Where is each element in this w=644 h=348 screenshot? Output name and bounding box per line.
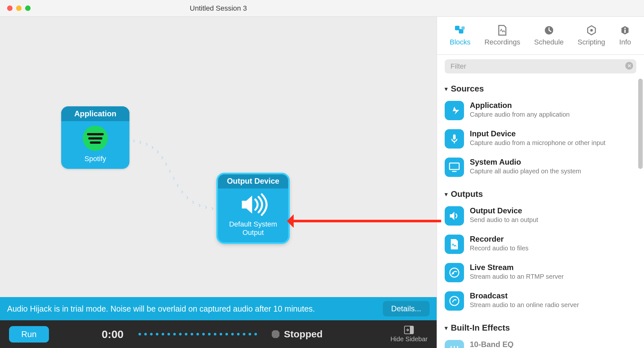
tab-recordings[interactable]: Recordings bbox=[484, 25, 520, 46]
library-item-desc: Record audio to files bbox=[470, 244, 528, 252]
sidebar-tabs: Blocks Recordings Schedule bbox=[437, 17, 644, 55]
svg-rect-2 bbox=[455, 26, 459, 30]
blocks-icon bbox=[454, 25, 466, 35]
tab-label: Scripting bbox=[578, 38, 605, 46]
application-icon bbox=[445, 101, 464, 120]
block-library[interactable]: ▾ Sources Application Capture audio from… bbox=[437, 75, 644, 348]
library-item-desc: Stream audio to an online radio server bbox=[470, 301, 579, 309]
tab-schedule[interactable]: Schedule bbox=[534, 25, 564, 46]
block-header: Application bbox=[61, 106, 129, 121]
window-title: Untitled Session 3 bbox=[0, 4, 437, 13]
library-item-title: Output Device bbox=[470, 206, 538, 215]
svg-rect-4 bbox=[461, 26, 465, 30]
group-header-outputs[interactable]: ▾ Outputs bbox=[445, 189, 636, 199]
library-item-title: Recorder bbox=[470, 235, 528, 244]
clear-filter-button[interactable]: ✕ bbox=[625, 62, 633, 70]
tab-label: Schedule bbox=[534, 38, 564, 46]
svg-rect-1 bbox=[410, 326, 413, 334]
tab-info[interactable]: Info bbox=[619, 25, 631, 46]
library-item-title: Live Stream bbox=[470, 263, 564, 272]
spotify-icon bbox=[83, 126, 108, 151]
satellite-icon bbox=[445, 263, 464, 282]
svg-point-6 bbox=[590, 29, 593, 32]
hide-sidebar-label: Hide Sidebar bbox=[390, 335, 428, 343]
svg-point-14 bbox=[452, 272, 454, 274]
tab-label: Recordings bbox=[484, 38, 520, 46]
svg-rect-9 bbox=[453, 134, 456, 140]
svg-point-13 bbox=[450, 268, 459, 277]
block-application[interactable]: Application Spotify bbox=[61, 106, 129, 169]
block-label: Default System Output bbox=[221, 220, 286, 237]
library-item-desc: Send audio to an output bbox=[470, 216, 538, 224]
filter-input[interactable] bbox=[445, 59, 636, 73]
speaker-icon bbox=[239, 193, 268, 216]
status-text: Stopped bbox=[284, 329, 323, 340]
chevron-down-icon: ▾ bbox=[445, 191, 448, 198]
library-item-input-device[interactable]: Input Device Capture audio from a microp… bbox=[445, 127, 636, 155]
tab-scripting[interactable]: Scripting bbox=[578, 25, 605, 46]
broadcast-icon bbox=[445, 291, 464, 311]
svg-point-15 bbox=[450, 296, 459, 305]
microphone-icon bbox=[445, 129, 464, 149]
scripting-icon bbox=[585, 25, 598, 35]
group-header-effects[interactable]: ▾ Built-In Effects bbox=[445, 323, 636, 333]
library-item-system-audio[interactable]: System Audio Capture all audio played on… bbox=[445, 155, 636, 183]
group-title: Built-In Effects bbox=[451, 323, 510, 333]
info-icon bbox=[619, 25, 631, 35]
library-item-title: Input Device bbox=[470, 129, 605, 138]
sidebar: Blocks Recordings Schedule bbox=[437, 17, 644, 348]
recordings-icon bbox=[496, 25, 508, 35]
chevron-down-icon: ▾ bbox=[445, 85, 448, 92]
library-item-10-band-eq[interactable]: 10-Band EQ bbox=[445, 337, 636, 348]
group-header-sources[interactable]: ▾ Sources bbox=[445, 84, 636, 94]
library-item-live-stream[interactable]: Live Stream Stream audio to an RTMP serv… bbox=[445, 260, 636, 289]
group-title: Sources bbox=[451, 84, 484, 94]
titlebar: Untitled Session 3 bbox=[0, 0, 644, 17]
tab-label: Blocks bbox=[450, 38, 471, 46]
level-meter bbox=[138, 333, 257, 335]
eq-icon bbox=[445, 340, 464, 348]
library-item-output-device[interactable]: Output Device Send audio to an output bbox=[445, 204, 636, 232]
svg-rect-8 bbox=[624, 28, 626, 29]
transport-bar: Run 0:00 Stopped Hide Sidebar bbox=[0, 320, 437, 348]
session-canvas[interactable]: Application Spotify Output Device bbox=[0, 17, 437, 297]
library-item-broadcast[interactable]: Broadcast Stream audio to an online radi… bbox=[445, 289, 636, 317]
hide-sidebar-icon bbox=[404, 326, 414, 334]
trial-message: Audio Hijack is in trial mode. Noise wil… bbox=[7, 304, 315, 314]
block-output-device[interactable]: Output Device Default System Output bbox=[217, 174, 289, 243]
speaker-icon bbox=[445, 206, 464, 226]
library-item-desc: Capture audio from a microphone or other… bbox=[470, 139, 605, 147]
chevron-down-icon: ▾ bbox=[445, 324, 448, 332]
timecode: 0:00 bbox=[102, 328, 124, 341]
scrollbar-thumb[interactable] bbox=[638, 79, 643, 169]
stopped-icon bbox=[272, 330, 279, 338]
svg-rect-3 bbox=[459, 29, 463, 34]
file-icon bbox=[445, 235, 464, 254]
group-title: Outputs bbox=[451, 189, 483, 199]
run-button[interactable]: Run bbox=[9, 326, 49, 343]
library-item-recorder[interactable]: Recorder Record audio to files bbox=[445, 232, 636, 260]
block-header: Output Device bbox=[217, 174, 289, 188]
library-item-title: 10-Band EQ bbox=[470, 340, 514, 348]
library-item-desc: Capture all audio played on the system bbox=[470, 167, 581, 175]
library-item-title: System Audio bbox=[470, 158, 581, 167]
library-item-desc: Stream audio to an RTMP server bbox=[470, 273, 564, 281]
library-item-desc: Capture audio from any application bbox=[470, 111, 570, 119]
annotation-arrow bbox=[290, 220, 441, 222]
tab-label: Info bbox=[619, 38, 631, 46]
library-item-title: Application bbox=[470, 101, 570, 110]
library-item-application[interactable]: Application Capture audio from any appli… bbox=[445, 98, 636, 127]
trial-mode-bar: Audio Hijack is in trial mode. Noise wil… bbox=[0, 297, 437, 320]
hide-sidebar-button[interactable]: Hide Sidebar bbox=[390, 326, 428, 343]
tab-blocks[interactable]: Blocks bbox=[450, 25, 471, 46]
trial-details-button[interactable]: Details... bbox=[383, 301, 430, 316]
block-label: Spotify bbox=[84, 155, 106, 163]
schedule-icon bbox=[543, 25, 555, 35]
svg-rect-7 bbox=[624, 30, 626, 33]
display-icon bbox=[445, 158, 464, 177]
svg-rect-11 bbox=[450, 163, 459, 169]
library-item-title: Broadcast bbox=[470, 291, 579, 300]
